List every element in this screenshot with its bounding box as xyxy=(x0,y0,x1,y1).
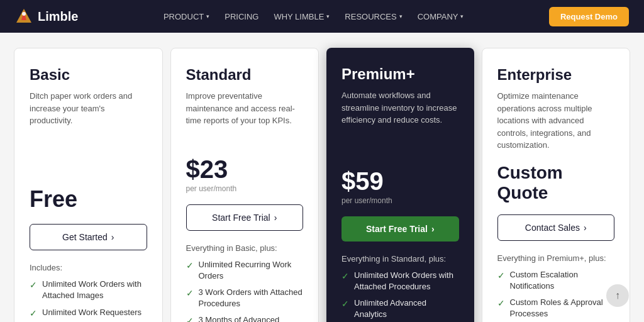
enterprise-cta-button[interactable]: Contact Sales › xyxy=(497,214,615,241)
check-icon: ✓ xyxy=(186,260,194,272)
logo[interactable]: Limble xyxy=(15,8,78,25)
svg-point-2 xyxy=(22,12,26,16)
nav-menu: PRODUCT ▾ PRICING WHY LIMBLE ▾ RESOURCES… xyxy=(98,12,529,21)
list-item: ✓ Unlimited Work Requesters xyxy=(30,307,147,320)
enterprise-plan-name: Enterprise xyxy=(497,66,615,84)
premium-plan-description: Automate workflows and streamline invent… xyxy=(341,89,459,133)
basic-plan-card: Basic Ditch paper work orders and increa… xyxy=(14,48,163,322)
nav-why-limble[interactable]: WHY LIMBLE ▾ xyxy=(274,12,330,21)
enterprise-plan-description: Optimize maintenance operations across m… xyxy=(497,90,615,152)
premium-cta-button[interactable]: Start Free Trial › xyxy=(341,216,459,242)
standard-plan-name: Standard xyxy=(186,66,304,84)
list-item: ✓ Unlimited Recurring Work Orders xyxy=(186,259,304,282)
enterprise-plan-card: Enterprise Optimize maintenance operatio… xyxy=(482,48,631,322)
standard-plan-card: Standard Improve preventative maintenanc… xyxy=(170,48,319,322)
logo-icon xyxy=(15,8,33,25)
basic-price-label: Free xyxy=(30,186,147,213)
standard-price-period: per user/month xyxy=(186,184,304,193)
chevron-down-icon: ▾ xyxy=(326,13,330,19)
list-item: ✓ 3 Work Orders with Attached Procedures xyxy=(186,287,304,309)
check-icon: ✓ xyxy=(30,279,37,292)
arrow-up-icon: ↑ xyxy=(615,290,620,301)
check-icon: ✓ xyxy=(341,298,349,311)
standard-plan-description: Improve preventative maintenance and acc… xyxy=(186,90,304,134)
logo-text: Limble xyxy=(38,9,78,24)
standard-price: $23 xyxy=(186,157,304,182)
basic-cta-button[interactable]: Get Started › xyxy=(30,224,147,250)
basic-plan-name: Basic xyxy=(30,66,147,84)
enterprise-feature-list: ✓ Custom Escalation Notifications ✓ Cust… xyxy=(497,269,615,323)
enterprise-features-intro: Everything in Premium+, plus: xyxy=(497,253,615,263)
navbar: Limble PRODUCT ▾ PRICING WHY LIMBLE ▾ RE… xyxy=(0,0,644,33)
nav-product[interactable]: PRODUCT ▾ xyxy=(164,12,209,21)
list-item: ✓ Unlimited Advanced Analytics xyxy=(341,297,459,320)
list-item: ✓ 3 Months of Advanced Analytics xyxy=(186,314,304,322)
check-icon: ✓ xyxy=(497,297,505,310)
premium-plan-name: Premium+ xyxy=(341,65,459,83)
chevron-down-icon: ▾ xyxy=(206,13,209,19)
premium-price: $59 xyxy=(341,169,459,194)
list-item: ✓ Unlimited Work Orders with Attached Pr… xyxy=(341,270,459,292)
basic-feature-list: ✓ Unlimited Work Orders with Attached Im… xyxy=(30,279,147,322)
standard-feature-list: ✓ Unlimited Recurring Work Orders ✓ 3 Wo… xyxy=(186,259,304,322)
arrow-icon: › xyxy=(431,224,435,234)
arrow-icon: › xyxy=(111,232,114,242)
nav-resources[interactable]: RESOURCES ▾ xyxy=(345,12,402,21)
chevron-down-icon: ▾ xyxy=(460,13,464,19)
check-icon: ✓ xyxy=(497,270,505,282)
premium-feature-list: ✓ Unlimited Work Orders with Attached Pr… xyxy=(341,270,459,323)
list-item: ✓ Unlimited Work Orders with Attached Im… xyxy=(30,279,147,301)
arrow-icon: › xyxy=(274,213,277,223)
arrow-icon: › xyxy=(584,223,587,233)
check-icon: ✓ xyxy=(186,315,194,322)
enterprise-price-label: Custom Quote xyxy=(497,163,615,203)
check-icon: ✓ xyxy=(186,287,194,300)
basic-plan-description: Ditch paper work orders and increase you… xyxy=(30,90,147,134)
list-item: ✓ Custom Roles & Approval Processes xyxy=(497,297,615,319)
nav-company[interactable]: COMPANY ▾ xyxy=(418,12,464,21)
premium-price-period: per user/month xyxy=(341,196,459,205)
navbar-actions: Request Demo xyxy=(549,7,629,26)
scroll-top-button[interactable]: ↑ xyxy=(606,284,629,307)
chevron-down-icon: ▾ xyxy=(399,13,402,19)
basic-features-intro: Includes: xyxy=(30,263,147,272)
premium-plan-card: Premium+ Automate workflows and streamli… xyxy=(326,48,474,322)
standard-cta-button[interactable]: Start Free Trial › xyxy=(186,204,304,231)
premium-features-intro: Everything in Standard, plus: xyxy=(341,254,459,264)
check-icon: ✓ xyxy=(30,308,37,320)
pricing-section: Basic Ditch paper work orders and increa… xyxy=(0,33,644,322)
list-item: ✓ Custom Escalation Notifications xyxy=(497,269,615,292)
nav-pricing[interactable]: PRICING xyxy=(225,12,258,21)
request-demo-button[interactable]: Request Demo xyxy=(549,7,629,26)
standard-features-intro: Everything in Basic, plus: xyxy=(186,243,304,253)
check-icon: ✓ xyxy=(341,270,349,283)
